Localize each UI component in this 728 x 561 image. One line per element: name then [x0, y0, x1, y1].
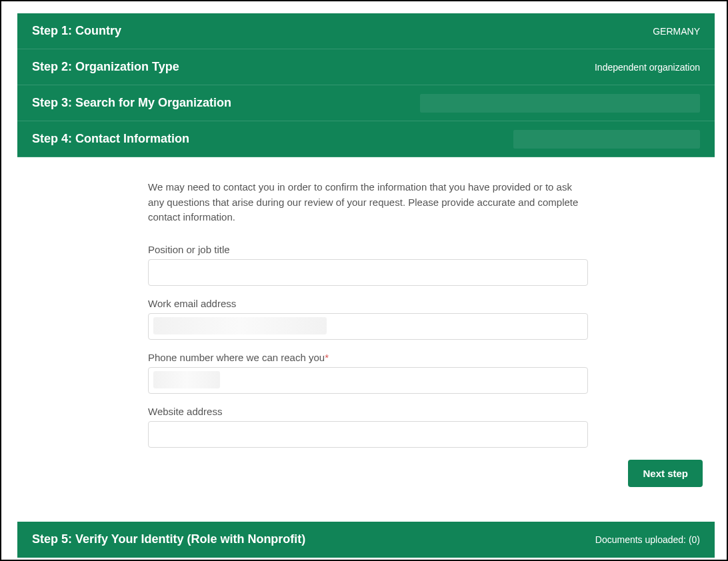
step-5-title: Step 5: Verify Your Identity (Role with … — [32, 532, 305, 546]
phone-value-redacted — [153, 371, 220, 388]
label-website: Website address — [148, 406, 588, 417]
step-1-value: GERMANY — [653, 26, 700, 37]
step-3-header[interactable]: Step 3: Search for My Organization — [17, 85, 715, 121]
step-4-panel: We may need to contact you in order to c… — [17, 157, 715, 503]
step-4-value-redacted — [513, 130, 700, 149]
step-1-title: Step 1: Country — [32, 24, 121, 38]
step-4-header[interactable]: Step 4: Contact Information — [17, 121, 715, 157]
next-step-button[interactable]: Next step — [628, 460, 703, 487]
step-2-title: Step 2: Organization Type — [32, 60, 179, 74]
wizard-steps: Step 1: Country GERMANY Step 2: Organiza… — [17, 13, 715, 558]
step-1-header[interactable]: Step 1: Country GERMANY — [17, 13, 715, 49]
step-4-title: Step 4: Contact Information — [32, 132, 189, 146]
required-mark: * — [325, 352, 329, 363]
field-phone: Phone number where we can reach you* — [148, 352, 588, 394]
step-3-value-redacted — [420, 94, 700, 113]
label-position: Position or job title — [148, 244, 588, 255]
label-email: Work email address — [148, 298, 588, 309]
field-website: Website address — [148, 406, 588, 448]
field-position: Position or job title — [148, 244, 588, 286]
input-website[interactable] — [148, 421, 588, 448]
label-phone: Phone number where we can reach you* — [148, 352, 588, 363]
input-position[interactable] — [148, 259, 588, 286]
label-phone-text: Phone number where we can reach you — [148, 352, 325, 363]
field-email: Work email address — [148, 298, 588, 340]
step-5-value: Documents uploaded: (0) — [595, 534, 700, 545]
step-2-header[interactable]: Step 2: Organization Type Independent or… — [17, 49, 715, 85]
step-3-title: Step 3: Search for My Organization — [32, 96, 231, 110]
step-5-header[interactable]: Step 5: Verify Your Identity (Role with … — [17, 522, 715, 558]
email-value-redacted — [153, 317, 327, 334]
contact-instructions: We may need to contact you in order to c… — [148, 180, 588, 225]
step-2-value: Independent organization — [595, 62, 700, 73]
